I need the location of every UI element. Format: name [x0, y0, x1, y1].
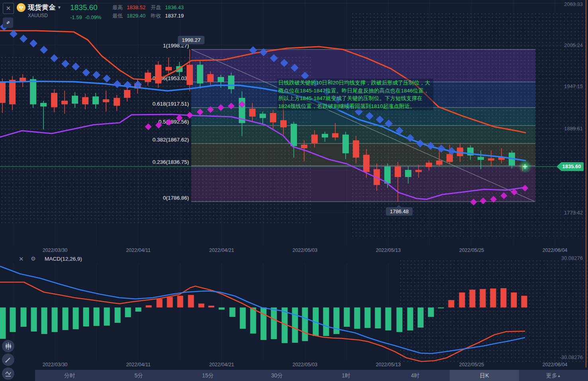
right-edge-scroll-indicator — [586, 0, 586, 367]
sar-diamond-blue — [61, 60, 69, 68]
macd-settings-button[interactable]: ⚙ — [31, 255, 36, 262]
stat-open: 开盘1836.43 — [151, 4, 184, 11]
candle — [187, 65, 193, 85]
sar-diamond-blue — [40, 46, 48, 54]
candle — [92, 96, 99, 104]
macd-histogram-bar — [73, 308, 79, 330]
candle — [207, 74, 214, 82]
sar-diamond-blue — [20, 35, 28, 43]
y-axis-label: 1773.42 — [564, 210, 583, 216]
trading-app: { "icons": {"close":"✕","caret_down":"▾"… — [0, 0, 588, 381]
macd-histogram-bar — [448, 300, 454, 308]
macd-histogram-bar — [188, 295, 194, 307]
macd-close-button[interactable]: ✕ — [19, 255, 24, 263]
candle — [353, 140, 359, 157]
candle — [40, 103, 47, 106]
tab-timeframe-more[interactable]: 更多▲ — [519, 370, 588, 381]
gear-icon: ⚙ — [31, 255, 36, 262]
y-axis-label: 1889.61 — [564, 126, 583, 132]
macd-histogram-bar — [41, 308, 47, 334]
stat-high: 最高1838.52 — [112, 4, 146, 11]
macd-histogram-bar — [438, 308, 444, 308]
candle — [363, 155, 370, 172]
sar-diamond-blue — [103, 75, 111, 82]
timeframe-toolbar: 分时 5分 15分 30分 1时 4时 日K 更多▲ — [35, 370, 588, 381]
macd-histogram-bar — [365, 308, 371, 328]
candle — [280, 120, 287, 128]
macd-histogram-bar — [10, 308, 16, 332]
candle — [197, 65, 203, 83]
x-axis-label: 2022/05/03 — [293, 362, 318, 367]
stat-prev-close: 昨收1837.19 — [151, 12, 184, 20]
macd-histogram-bar — [219, 308, 225, 310]
tab-timeframe-daily[interactable]: 日K — [450, 370, 519, 381]
tab-timeframe-30m[interactable]: 30分 — [242, 370, 311, 381]
fib-level-label: 0.382(1867.62) — [152, 137, 189, 143]
sar-diamond-magenta — [145, 124, 152, 130]
candle — [82, 97, 88, 104]
macd-histogram-bar — [397, 308, 403, 332]
candle — [415, 170, 422, 172]
candle — [30, 79, 36, 104]
macd-histogram-bar — [323, 308, 329, 336]
tab-timeframe-15m[interactable]: 15分 — [173, 370, 242, 381]
x-axis-label: 2022/04/11 — [126, 247, 151, 253]
macd-histogram-bar — [375, 308, 381, 329]
candle — [103, 99, 109, 102]
tab-timeframe-fenshi[interactable]: 分时 — [35, 370, 104, 381]
tab-timeframe-5m[interactable]: 5分 — [104, 370, 173, 381]
chart-type-button[interactable] — [2, 340, 14, 352]
macd-histogram-bar — [470, 290, 476, 308]
macd-histogram-bar — [115, 308, 121, 323]
candle — [332, 133, 338, 137]
tab-timeframe-1h[interactable]: 1时 — [312, 370, 381, 381]
price-change: -1.59 -0.09% — [70, 14, 101, 20]
macd-histogram-bar — [334, 308, 340, 334]
candle — [0, 81, 6, 103]
macd-histogram-bar — [94, 308, 100, 326]
candle — [342, 135, 349, 153]
macd-histogram-bar — [302, 308, 308, 341]
macd-histogram-bar — [177, 296, 183, 307]
macd-histogram-bar — [511, 293, 517, 308]
sar-diamond-blue — [124, 81, 132, 89]
sar-diamond-blue — [92, 71, 100, 79]
candle — [260, 114, 266, 118]
x-axis-label: 2022/05/25 — [459, 362, 484, 367]
macd-histogram-bar — [199, 304, 205, 308]
macd-histogram-bar — [480, 289, 486, 307]
collapse-chart-button[interactable] — [3, 18, 13, 28]
candle — [270, 113, 276, 122]
collapse-arrows-icon — [3, 18, 13, 28]
x-axis-label: 2022/05/13 — [376, 247, 401, 253]
x-axis-label: 2022/05/03 — [293, 247, 318, 253]
candle — [436, 161, 442, 165]
candle — [446, 154, 453, 162]
macd-histogram-bar — [407, 308, 413, 331]
price-badge-label: 1835.60 — [562, 163, 581, 169]
candle — [478, 157, 484, 160]
tab-timeframe-4h[interactable]: 4时 — [381, 370, 450, 381]
draw-tool-button[interactable] — [2, 354, 14, 366]
indicator-button[interactable] — [2, 367, 14, 380]
stat-low: 最低1829.40 — [112, 12, 146, 20]
symbol-title: 现货黄金 — [28, 4, 56, 11]
candle — [114, 98, 120, 106]
x-axis-label: 2022/03/30 — [43, 362, 68, 367]
macd-histogram-bar — [418, 308, 424, 328]
macd-histogram-bar — [521, 296, 527, 307]
candle — [301, 145, 307, 148]
main-price-chart[interactable]: 1(1998.27)0.786(1953.03)0.618(1917.51)0.… — [0, 0, 588, 255]
candle — [124, 90, 130, 98]
x-axis-label: 2022/03/30 — [43, 247, 68, 253]
symbol-title-dropdown[interactable]: 现货黄金▾ — [28, 3, 61, 12]
symbol-code: XAUUSD — [28, 13, 48, 18]
macd-histogram-bar — [292, 308, 298, 343]
candle — [405, 170, 411, 177]
candle — [155, 65, 161, 83]
macd-panel-chart[interactable]: 30.08276-30.082762022/03/302022/04/11202… — [0, 255, 588, 371]
close-chart-button[interactable]: ✕ — [3, 3, 14, 14]
candle — [249, 109, 256, 117]
candle — [228, 76, 234, 89]
sar-diamond-blue — [29, 39, 37, 47]
